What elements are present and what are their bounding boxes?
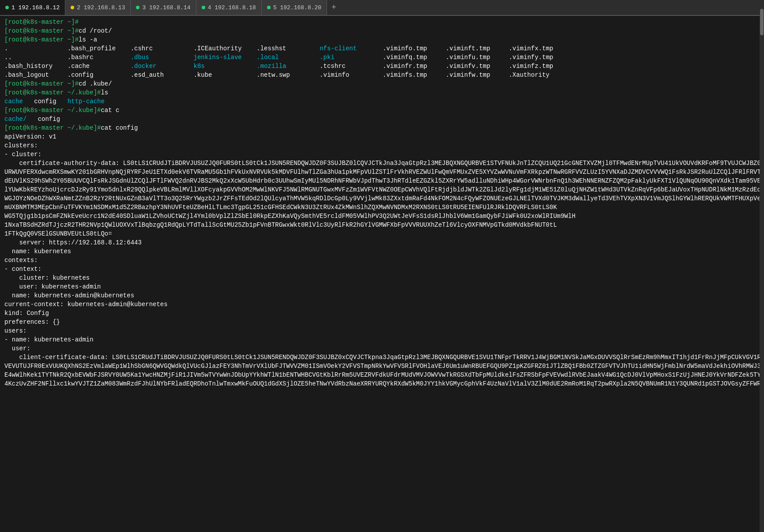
- line-content: 1NxaTBSdHZRdTJjczR2THR2NVp1QWlUOXVxTlBqb…: [4, 221, 761, 229]
- terminal-line: VEVUTUJFR0ExVUUKQXhNS2EzVmlaWEp1WlhSbGN6…: [0, 362, 764, 371]
- line-content: name: kubernetes: [4, 247, 761, 256]
- line-content: [root@k8s-master ~]#ls -a: [4, 35, 761, 44]
- line-content: VEVUTUJFR0ExVUUKQXhNS2EzVmlaWEp1WlhSbGN6…: [4, 362, 761, 371]
- terminal-line: apiVersion: v1: [0, 132, 764, 141]
- line-content: 4KczUvZHF2NFllxc1kwYVJTZ1ZaM083WmRzdFJhU…: [4, 379, 761, 388]
- line-content: [root@k8s-master ~/.kube]#cat config: [4, 124, 761, 132]
- terminal-line: [root@k8s-master ~]#ls -a: [0, 35, 764, 44]
- tab-3-label: 3 192.168.8.14: [142, 4, 190, 11]
- line-content: [root@k8s-master ~/.kube]#cat c: [4, 106, 761, 115]
- line-content: mUXBNMTM3MEpCbnFuTFVKYm1NSDMxM1d5Z2RBazh…: [4, 203, 761, 212]
- terminal-line: [root@k8s-master ~/.kube]#cat c: [0, 106, 764, 115]
- terminal-line: server: https://192.168.8.12:6443: [0, 238, 764, 247]
- line-content: 1FTkQgQ0VSElGSUNBVEUtLS0tLQo=: [4, 229, 761, 238]
- tab-4-dot: [202, 6, 205, 9]
- terminal-line: [root@k8s-master ~/.kube]#cat config: [0, 124, 764, 132]
- line-content: URWUVFERXdwcmRXSmwKY201bGRHVnpNQjRYRFJeU…: [4, 168, 761, 176]
- line-content: WGJOYzNOeDZhWXRaNmtZZnB2RzY2RtNUxGZnB3aV…: [4, 194, 761, 203]
- terminal-line: . .bash_profile .cshrc .ICEauthority .le…: [0, 44, 764, 53]
- terminal-line: [root@k8s-master ~]#cd .kube/: [0, 79, 764, 88]
- terminal-line: - cluster:: [0, 150, 764, 159]
- line-content: certificate-authority-data: LS0tLS1CRUdJ…: [4, 159, 761, 168]
- line-content: cache/ config: [4, 115, 761, 124]
- terminal-line: preferences: {}: [0, 318, 764, 326]
- tab-2-label: 2 192.168.8.13: [77, 4, 125, 11]
- terminal-line: name: kubernetes-admin@kubernetes: [0, 291, 764, 300]
- terminal-line: current-context: kubernetes-admin@kubern…: [0, 300, 764, 309]
- line-content: - cluster:: [4, 150, 761, 159]
- tab-2[interactable]: 2 192.168.8.13: [65, 0, 131, 15]
- terminal-line: - context:: [0, 265, 764, 273]
- terminal-line: contexts:: [0, 256, 764, 265]
- line-content: user: kubernetes-admin: [4, 282, 761, 291]
- line-content: .bash_logout .config .esd_auth .kube .ne…: [4, 71, 761, 79]
- terminal-line: user:: [0, 344, 764, 353]
- tab-4[interactable]: 4 192.168.8.18: [196, 0, 262, 15]
- line-content: [root@k8s-master ~]#cd .kube/: [4, 79, 761, 88]
- line-content: [root@k8s-master ~]#: [4, 18, 761, 26]
- tab-5-label: 5 192.168.8.20: [273, 4, 321, 11]
- terminal-line: cluster: kubernetes: [0, 273, 764, 282]
- line-content: WG5TQjg1b1psCmFZNkEveUcrc1N2dE40SDluaW1L…: [4, 212, 761, 221]
- terminal-line: .bash_logout .config .esd_auth .kube .ne…: [0, 71, 764, 79]
- line-content: - context:: [4, 265, 761, 273]
- terminal-line: lYUwKbkREYzhoUjcrcDJzRy91Ymo5dnlxR29QQlp…: [0, 185, 764, 194]
- tab-1-label: 1 192.168.8.12: [11, 4, 60, 11]
- line-content: .bash_history .cache .docker k8s .mozill…: [4, 62, 761, 71]
- line-content: client-certificate-data: LS0tLS1CRUdJTiB…: [4, 353, 761, 362]
- line-content: [root@k8s-master ~/.kube]#ls: [4, 88, 761, 97]
- tab-2-dot: [71, 6, 74, 9]
- line-content: server: https://192.168.8.12:6443: [4, 238, 761, 247]
- terminal-line: E4wWlhKek1TYTNkR2QxbEVWbFJSRVY0UW5Ka1Ywc…: [0, 371, 764, 379]
- line-content: clusters:: [4, 141, 761, 150]
- terminal-line: users:: [0, 326, 764, 335]
- tab-5-dot: [267, 6, 271, 9]
- tab-5[interactable]: 5 192.168.8.20: [262, 0, 327, 15]
- line-content: cluster: kubernetes: [4, 273, 761, 282]
- terminal-line: 1NxaTBSdHZRdTJjczR2THR2NVp1QWlUOXVxTlBqb…: [0, 221, 764, 229]
- tab-1-dot: [5, 6, 9, 9]
- tab-bar: 1 192.168.8.12 2 192.168.8.13 3 192.168.…: [0, 0, 764, 16]
- line-content: contexts:: [4, 256, 761, 265]
- line-content: name: kubernetes-admin@kubernetes: [4, 291, 761, 300]
- terminal-line: certificate-authority-data: LS0tLS1CRUdJ…: [0, 159, 764, 168]
- terminal-line: client-certificate-data: LS0tLS1CRUdJTiB…: [0, 353, 764, 362]
- line-content: . .bash_profile .cshrc .ICEauthority .le…: [4, 44, 761, 53]
- terminal-line: WGJOYzNOeDZhWXRaNmtZZnB2RzY2RtNUxGZnB3aV…: [0, 194, 764, 203]
- line-content: user:: [4, 344, 761, 353]
- terminal-line: clusters:: [0, 141, 764, 150]
- terminal-line: 4KczUvZHF2NFllxc1kwYVJTZ1ZaM083WmRzdFJhU…: [0, 379, 764, 388]
- scrollbar[interactable]: [760, 0, 764, 532]
- terminal-line: [root@k8s-master ~]#cd /root/: [0, 26, 764, 35]
- terminal-line: mUXBNMTM3MEpCbnFuTFVKYm1NSDMxM1d5Z2RBazh…: [0, 203, 764, 212]
- terminal-line: WG5TQjg1b1psCmFZNkEveUcrc1N2dE40SDluaW1L…: [0, 212, 764, 221]
- line-content: .. .bashrc .dbus jenkins-slave .local .p…: [4, 53, 761, 62]
- line-content: preferences: {}: [4, 318, 761, 326]
- line-content: kind: Config: [4, 309, 761, 318]
- terminal-line: kind: Config: [0, 309, 764, 318]
- tab-3-dot: [136, 6, 139, 9]
- scroll-thumb[interactable]: [760, 9, 764, 35]
- terminal-line: .. .bashrc .dbus jenkins-slave .local .p…: [0, 53, 764, 62]
- line-content: [root@k8s-master ~]#cd /root/: [4, 26, 761, 35]
- line-content: - name: kubernetes-admin: [4, 335, 761, 344]
- terminal-line: [root@k8s-master ~]#: [0, 18, 764, 26]
- terminal-line: [root@k8s-master ~/.kube]#ls: [0, 88, 764, 97]
- new-tab-button[interactable]: +: [327, 0, 341, 15]
- line-content: lYUwKbkREYzhoUjcrcDJzRy91Ymo5dnlxR29QQlp…: [4, 185, 761, 194]
- terminal-line: .bash_history .cache .docker k8s .mozill…: [0, 62, 764, 71]
- line-content: apiVersion: v1: [4, 132, 761, 141]
- line-content: current-context: kubernetes-admin@kubern…: [4, 300, 761, 309]
- terminal-line: user: kubernetes-admin: [0, 282, 764, 291]
- line-content: E4wWlhKek1TYTNkR2QxbEVWbFJSRVY0UW5Ka1Ywc…: [4, 371, 761, 379]
- terminal-line: name: kubernetes: [0, 247, 764, 256]
- terminal-line: 1FTkQgQ0VSElGSUNBVEUtLS0tLQo=: [0, 229, 764, 238]
- tab-4-label: 4 192.168.8.18: [208, 4, 256, 11]
- tab-1[interactable]: 1 192.168.8.12: [0, 0, 65, 15]
- terminal-line: cache config http-cache: [0, 97, 764, 106]
- terminal: [root@k8s-master ~]#[root@k8s-master ~]#…: [0, 16, 764, 532]
- line-content: users:: [4, 326, 761, 335]
- tab-3[interactable]: 3 192.168.8.14: [131, 0, 196, 15]
- terminal-line: URWUVFERXdwcmRXSmwKY201bGRHVnpNQjRYRFJeU…: [0, 168, 764, 176]
- line-content: dEUVlKS29hSWh2Y05BUUVCQlFsRkJSGdnUlZCQlJ…: [4, 176, 761, 185]
